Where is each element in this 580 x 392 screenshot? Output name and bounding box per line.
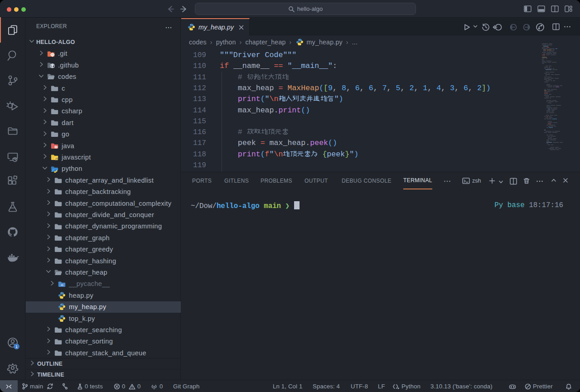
svg-text:JS: JS xyxy=(55,157,58,160)
